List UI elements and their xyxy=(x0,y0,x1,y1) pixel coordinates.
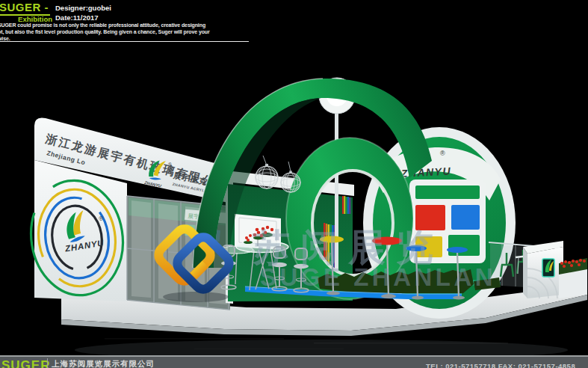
registered-mark: ® xyxy=(440,150,445,157)
stool-base xyxy=(412,296,424,300)
footer-contact: TEL: 021-57157718 FAX: 021-57157-4858 xyxy=(426,362,575,368)
wire-sphere-lamp-icon xyxy=(256,164,278,188)
window-square-green xyxy=(415,185,480,199)
stool-top-blue xyxy=(447,247,468,253)
stool-base xyxy=(327,292,340,295)
watermark-en: SUGE ZHANLAN xyxy=(260,263,496,292)
footer-suger-logo: SUGER xyxy=(1,358,50,368)
footer-separator xyxy=(47,358,48,368)
render-sheet: SUGER - Exhibition Designer:guobei Date:… xyxy=(0,0,588,368)
diamond-shadow xyxy=(163,292,229,302)
flower-planter xyxy=(559,258,587,298)
reception-counter xyxy=(523,241,563,298)
window-square-green2 xyxy=(448,235,480,256)
window-square-blue xyxy=(451,205,480,230)
footer-company-name: 上海苏阅展览展示有限公司 xyxy=(52,359,155,368)
stool-base xyxy=(381,294,396,298)
booth-3d-render: 浙江龙游展宇有机玻璃有限公司 Zhejiang Lo ZHANYU ® ZHAN… xyxy=(0,0,588,368)
stool-base xyxy=(453,296,465,300)
